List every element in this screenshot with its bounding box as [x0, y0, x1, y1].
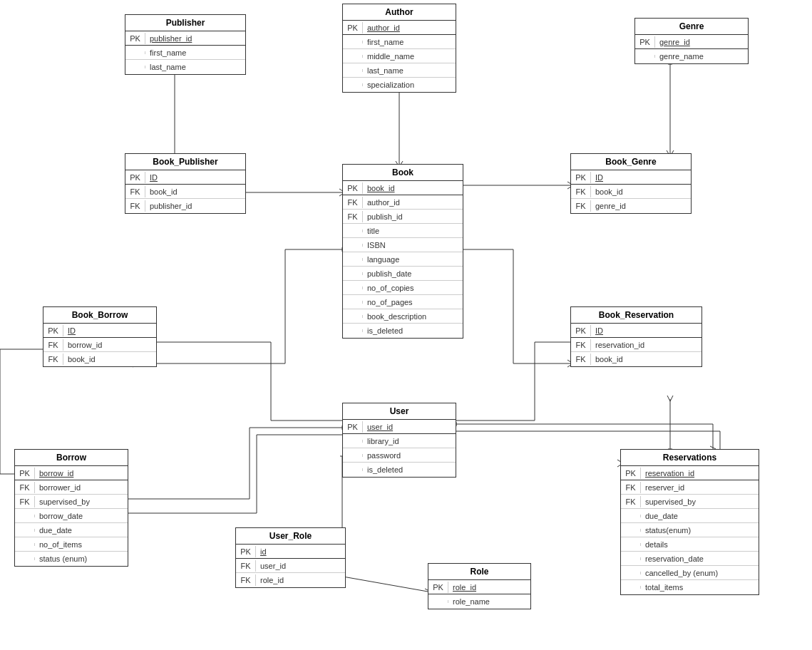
book-publisher-title: Book_Publisher: [125, 154, 245, 170]
book-reservation-title: Book_Reservation: [571, 307, 701, 324]
book-title: Book: [343, 165, 463, 181]
author-pk-row: PK author_id: [343, 21, 456, 35]
author-table: Author PK author_id first_name middle_na…: [342, 4, 456, 93]
publisher-pk-label: PK: [125, 33, 145, 44]
book-borrow-table: Book_Borrow PK ID FK borrow_id FK book_i…: [43, 306, 157, 367]
publisher-firstname: first_name: [145, 47, 190, 58]
book-reservation-table: Book_Reservation PK ID FK reservation_id…: [570, 306, 702, 367]
book-genre-title: Book_Genre: [571, 154, 691, 170]
book-borrow-title: Book_Borrow: [43, 307, 156, 324]
user-role-table: User_Role PK id FK user_id FK role_id: [235, 527, 346, 588]
user-role-title: User_Role: [236, 528, 345, 545]
genre-table: Genre PK genre_id genre_name: [634, 18, 749, 64]
role-title: Role: [428, 564, 530, 580]
book-genre-table: Book_Genre PK ID FK book_id FK genre_id: [570, 153, 692, 214]
publisher-pk-field: publisher_id: [145, 33, 196, 44]
reservations-table: Reservations PK reservation_id FK reserv…: [620, 449, 759, 595]
publisher-title: Publisher: [125, 15, 245, 31]
publisher-field-1: first_name: [125, 46, 245, 60]
publisher-lastname: last_name: [145, 61, 190, 73]
book-publisher-table: Book_Publisher PK ID FK book_id FK publi…: [125, 153, 246, 214]
svg-line-57: [670, 396, 673, 401]
svg-line-56: [667, 396, 670, 401]
book-table: Book PK book_id FK author_id FK publish_…: [342, 164, 463, 339]
author-title: Author: [343, 4, 456, 21]
user-title: User: [343, 403, 456, 420]
publisher-field-2: last_name: [125, 60, 245, 74]
author-pk-field: author_id: [363, 22, 404, 33]
genre-title: Genre: [635, 19, 748, 35]
publisher-pk-row: PK publisher_id: [125, 31, 245, 46]
borrow-title: Borrow: [15, 450, 128, 466]
borrow-table: Borrow PK borrow_id FK borrower_id FK su…: [14, 449, 128, 567]
reservations-title: Reservations: [621, 450, 759, 466]
publisher-table: Publisher PK publisher_id first_name las…: [125, 14, 246, 75]
role-table: Role PK role_id role_name: [428, 563, 531, 609]
user-table: User PK user_id library_id password is_d…: [342, 403, 456, 478]
erd-canvas: Publisher PK publisher_id first_name las…: [0, 0, 812, 650]
